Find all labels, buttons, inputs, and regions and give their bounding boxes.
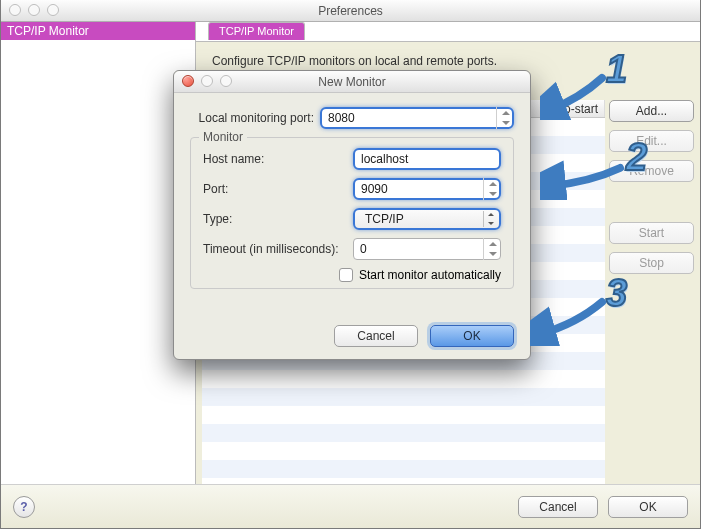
hostname-input[interactable] [353,148,501,170]
table-row [202,388,605,406]
prefs-traffic-lights [9,4,59,16]
new-monitor-dialog: New Monitor Local monitoring port: Monit… [173,70,531,360]
hostname-label: Host name: [203,152,353,166]
dialog-ok-button[interactable]: OK [430,325,514,347]
table-row [202,370,605,388]
prefs-ok-button[interactable]: OK [608,496,688,518]
prefs-cancel-button[interactable]: Cancel [518,496,598,518]
stop-button: Stop [609,252,694,274]
table-row [202,442,605,460]
close-icon[interactable] [182,75,194,87]
stepper-icon[interactable] [483,238,501,260]
type-select[interactable]: TCP/IP [353,208,501,230]
edit-button: Edit... [609,130,694,152]
prefs-sidebar: TCP/IP Monitor [1,22,196,528]
callout-1: 1 [606,48,627,91]
chevron-updown-icon [483,211,497,227]
minimize-icon [201,75,213,87]
callout-2: 2 [626,136,647,179]
local-port-input[interactable] [320,107,514,129]
autostart-checkbox-label: Start monitor automatically [359,268,501,282]
prefs-tabstrip: TCP/IP Monitor [196,22,700,42]
monitor-group-title: Monitor [199,130,247,144]
add-button[interactable]: Add... [609,100,694,122]
stepper-icon[interactable] [483,178,501,200]
zoom-icon [220,75,232,87]
dialog-cancel-button[interactable]: Cancel [334,325,418,347]
timeout-label: Timeout (in milliseconds): [203,242,353,256]
tab-tcpip-monitor[interactable]: TCP/IP Monitor [208,22,305,40]
prefs-footer: ? Cancel OK [1,484,700,528]
type-label: Type: [203,212,353,226]
port-label: Port: [203,182,353,196]
close-icon[interactable] [9,4,21,16]
start-button: Start [609,222,694,244]
help-button[interactable]: ? [13,496,35,518]
dialog-footer: Cancel OK [334,325,514,347]
dialog-traffic-lights [182,75,232,87]
autostart-checkbox[interactable] [339,268,353,282]
stepper-icon[interactable] [496,107,514,129]
callout-3: 3 [606,272,627,315]
minimize-icon[interactable] [28,4,40,16]
dialog-titlebar: New Monitor [174,71,530,93]
local-port-label: Local monitoring port: [190,111,320,125]
zoom-icon[interactable] [47,4,59,16]
table-row [202,406,605,424]
timeout-input[interactable] [353,238,501,260]
prefs-titlebar: Preferences [1,0,700,22]
prefs-title: Preferences [318,4,383,18]
remove-button: Remove [609,160,694,182]
table-row [202,424,605,442]
sidebar-item-tcpip-monitor[interactable]: TCP/IP Monitor [1,22,195,40]
monitor-group: Monitor Host name: Port: Type: TCP/IP [190,137,514,289]
prefs-button-column: Add... Edit... Remove Start Stop [609,100,694,274]
dialog-title: New Monitor [318,75,385,89]
table-row [202,460,605,478]
port-input[interactable] [353,178,501,200]
